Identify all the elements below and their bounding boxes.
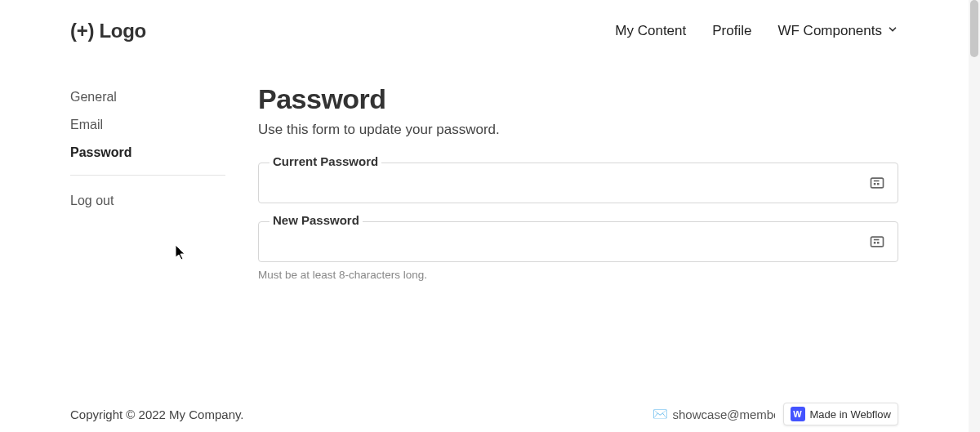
footer-email: ✉️ showcase@member	[653, 407, 775, 421]
webflow-badge[interactable]: W Made in Webflow	[783, 403, 898, 425]
svg-rect-1	[874, 183, 876, 185]
current-password-input[interactable]	[258, 163, 898, 203]
footer-email-text: showcase@member	[673, 408, 775, 421]
svg-rect-6	[877, 242, 880, 244]
site-logo[interactable]: (+) Logo	[70, 20, 146, 42]
svg-rect-7	[874, 239, 880, 241]
footer: Copyright © 2022 My Company. ✉️ showcase…	[0, 403, 969, 425]
nav-profile[interactable]: Profile	[712, 23, 751, 39]
current-password-label: Current Password	[270, 154, 381, 168]
main-content: Password Use this form to update your pa…	[258, 83, 898, 281]
webflow-logo-icon: W	[791, 407, 805, 421]
sidebar-logout[interactable]: Log out	[70, 187, 225, 215]
nav-wf-components-label: WF Components	[777, 23, 882, 39]
new-password-label: New Password	[270, 213, 363, 227]
mail-icon: ✉️	[653, 407, 668, 421]
nav-wf-components[interactable]: WF Components	[777, 23, 898, 39]
sidebar-item-general[interactable]: General	[70, 83, 225, 111]
nav-my-content[interactable]: My Content	[615, 23, 686, 39]
sidebar-divider	[70, 175, 225, 176]
footer-copyright: Copyright © 2022 My Company.	[70, 408, 244, 421]
scrollbar-thumb[interactable]	[970, 0, 978, 57]
page-subtitle: Use this form to update your password.	[258, 122, 898, 138]
current-password-group: Current Password	[258, 163, 898, 203]
password-manager-icon[interactable]	[869, 234, 885, 250]
svg-rect-5	[874, 242, 876, 244]
new-password-helper: Must be at least 8-characters long.	[258, 269, 898, 281]
chevron-down-icon	[887, 23, 898, 39]
sidebar-item-password[interactable]: Password	[70, 139, 225, 167]
header: (+) Logo My Content Profile WF Component…	[0, 0, 969, 51]
new-password-input[interactable]	[258, 221, 898, 262]
webflow-badge-label: Made in Webflow	[810, 408, 891, 421]
top-nav: My Content Profile WF Components	[615, 23, 898, 39]
new-password-group: New Password	[258, 221, 898, 262]
settings-sidebar: General Email Password Log out	[70, 83, 225, 281]
sidebar-item-email[interactable]: Email	[70, 111, 225, 139]
password-manager-icon[interactable]	[869, 175, 885, 191]
scrollbar-track[interactable]	[969, 0, 980, 432]
svg-rect-2	[877, 183, 880, 185]
svg-rect-3	[874, 180, 880, 182]
page-title: Password	[258, 83, 898, 115]
